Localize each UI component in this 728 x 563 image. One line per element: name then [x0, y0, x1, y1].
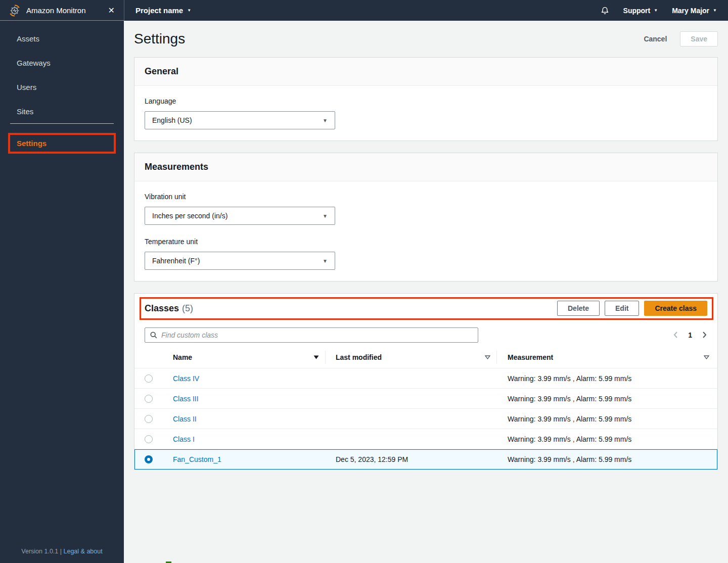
previous-page-icon[interactable]	[673, 331, 678, 339]
sidebar-item-label: Gateways	[17, 59, 51, 67]
sortable-icon	[704, 355, 709, 359]
classes-count-badge: (5)	[182, 303, 193, 314]
temperature-unit-select[interactable]: Fahrenheit (F°) ▼	[145, 252, 335, 270]
column-label: Last modified	[336, 353, 382, 361]
row-measurement: Warning: 3.99 mm/s , Alarm: 5.99 mm/s	[497, 455, 717, 463]
chevron-down-icon: ▼	[323, 258, 328, 264]
general-section-title: General	[145, 66, 707, 77]
table-header-row: Name Last modified Measurement	[134, 347, 717, 368]
close-sidebar-icon[interactable]: ✕	[106, 6, 117, 15]
temperature-unit-label: Temperature unit	[145, 238, 707, 246]
row-measurement: Warning: 3.99 mm/s , Alarm: 5.99 mm/s	[497, 395, 717, 403]
table-row[interactable]: Fan_Custom_1 Dec 5, 2023, 12:59 PM Warni…	[134, 449, 717, 470]
sidebar-header: Amazon Monitron ✕	[0, 0, 124, 21]
class-search-field[interactable]	[145, 327, 478, 343]
sortable-icon	[485, 355, 490, 359]
row-radio[interactable]	[145, 374, 153, 383]
app-title: Amazon Monitron	[26, 6, 101, 15]
row-last-modified: Dec 5, 2023, 12:59 PM	[326, 455, 497, 463]
project-name-label: Project name	[135, 6, 183, 15]
row-radio[interactable]	[145, 415, 153, 423]
delete-button[interactable]: Delete	[557, 301, 600, 316]
top-navigation-bar: Amazon Monitron ✕ Project name ▼ Support…	[0, 0, 728, 21]
sidebar-item-label: Assets	[17, 34, 39, 43]
general-section: General Language English (US) ▼	[134, 57, 718, 141]
row-radio[interactable]	[145, 435, 153, 443]
column-header-name[interactable]: Name	[162, 351, 326, 364]
sort-descending-icon	[313, 355, 319, 359]
table-row[interactable]: Class III Warning: 3.99 mm/s , Alarm: 5.…	[134, 389, 717, 409]
temperature-unit-value: Fahrenheit (F°)	[152, 257, 200, 265]
vibration-unit-select[interactable]: Inches per second (in/s) ▼	[145, 207, 335, 225]
amazon-monitron-logo-icon	[8, 4, 21, 17]
row-radio[interactable]	[145, 455, 153, 463]
class-name-link[interactable]: Class III	[173, 395, 199, 403]
sidebar-item-sites[interactable]: Sites	[0, 99, 124, 123]
sidebar-item-label: Sites	[17, 107, 33, 116]
support-label: Support	[623, 7, 651, 15]
column-header-last-modified[interactable]: Last modified	[326, 351, 497, 364]
classes-section-title: Classes	[145, 303, 179, 314]
vibration-unit-value: Inches per second (in/s)	[152, 212, 228, 220]
edit-button[interactable]: Edit	[605, 301, 639, 316]
project-name-menu[interactable]: Project name ▼	[135, 6, 191, 15]
table-row[interactable]: Class II Warning: 3.99 mm/s , Alarm: 5.9…	[134, 409, 717, 429]
create-class-button[interactable]: Create class	[644, 301, 707, 316]
sidebar-footer: Version 1.0.1 | Legal & about	[0, 548, 124, 555]
language-select-value: English (US)	[152, 116, 192, 124]
class-name-link[interactable]: Fan_Custom_1	[173, 455, 221, 463]
search-input[interactable]	[161, 331, 473, 339]
row-measurement: Warning: 3.99 mm/s , Alarm: 5.99 mm/s	[497, 435, 717, 443]
table-row[interactable]: Class IV Warning: 3.99 mm/s , Alarm: 5.9…	[134, 368, 717, 389]
chevron-down-icon: ▼	[323, 213, 328, 219]
column-label: Measurement	[508, 353, 553, 361]
row-measurement: Warning: 3.99 mm/s , Alarm: 5.99 mm/s	[497, 415, 717, 423]
language-select[interactable]: English (US) ▼	[145, 111, 335, 129]
row-measurement: Warning: 3.99 mm/s , Alarm: 5.99 mm/s	[497, 374, 717, 383]
page-number[interactable]: 1	[688, 331, 692, 339]
notifications-bell-icon[interactable]	[601, 6, 609, 15]
next-page-icon[interactable]	[702, 331, 707, 339]
user-name-label: Mary Major	[672, 7, 709, 15]
classes-section: Classes (5) Delete Edit Create class	[134, 293, 718, 470]
sidebar-item-settings-active-annotated[interactable]: Settings	[8, 133, 116, 154]
legal-about-link[interactable]: Legal & about	[64, 548, 103, 555]
sidebar-item-label: Settings	[17, 139, 47, 148]
chevron-down-icon: ▼	[323, 118, 328, 123]
table-row[interactable]: Class I Warning: 3.99 mm/s , Alarm: 5.99…	[134, 429, 717, 449]
support-menu[interactable]: Support ▼	[623, 7, 658, 15]
sidebar: Assets Gateways Users Sites Settings Ver…	[0, 21, 124, 563]
language-label: Language	[145, 97, 707, 105]
row-radio[interactable]	[145, 395, 153, 403]
page-title: Settings	[134, 31, 644, 47]
sidebar-item-label: Users	[17, 83, 36, 91]
cancel-button[interactable]: Cancel	[644, 35, 667, 43]
class-name-link[interactable]: Class I	[173, 435, 195, 443]
chevron-down-icon: ▼	[187, 9, 191, 13]
user-menu[interactable]: Mary Major ▼	[672, 7, 717, 15]
class-name-link[interactable]: Class II	[173, 415, 197, 423]
main-content: Settings Cancel Save General Language En…	[124, 21, 728, 563]
chevron-down-icon: ▼	[654, 9, 658, 13]
chevron-down-icon: ▼	[713, 9, 717, 13]
column-header-measurement[interactable]: Measurement	[497, 351, 717, 363]
version-label: Version 1.0.1	[21, 548, 58, 555]
search-icon	[150, 332, 157, 339]
sidebar-item-gateways[interactable]: Gateways	[0, 51, 124, 75]
sidebar-item-users[interactable]: Users	[0, 75, 124, 99]
classes-table-body: Class IV Warning: 3.99 mm/s , Alarm: 5.9…	[134, 368, 717, 470]
save-button[interactable]: Save	[680, 31, 718, 46]
measurements-section: Measurements Vibration unit Inches per s…	[134, 153, 718, 282]
class-name-link[interactable]: Class IV	[173, 374, 199, 383]
measurements-section-title: Measurements	[145, 162, 707, 172]
column-label: Name	[173, 353, 192, 361]
sidebar-item-assets[interactable]: Assets	[0, 26, 124, 51]
pagination: 1	[673, 331, 707, 339]
vibration-unit-label: Vibration unit	[145, 193, 707, 201]
topbar-main: Project name ▼ Support ▼ Mary Major ▼	[124, 0, 728, 21]
sidebar-divider	[10, 123, 114, 124]
